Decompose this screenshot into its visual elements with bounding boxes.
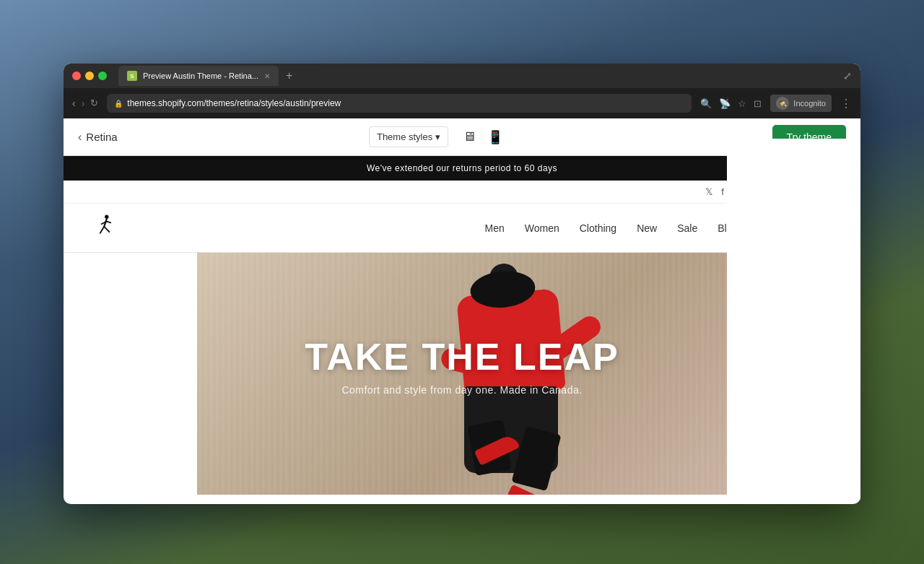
device-icons: 🖥 📱 — [460, 126, 506, 148]
url-text: themes.shopify.com/themes/retina/styles/… — [127, 98, 341, 108]
lock-icon: 🔒 — [114, 100, 123, 108]
browser-controls-right: ⤢ — [843, 70, 852, 82]
minimize-button[interactable] — [85, 71, 94, 80]
browser-chrome: S Preview Austin Theme - Retina... ✕ + ⤢ — [64, 64, 860, 88]
tab-bar: S Preview Austin Theme - Retina... ✕ + — [118, 66, 837, 86]
hero-title: TAKE THE LEAP — [305, 338, 619, 376]
nav-men[interactable]: Men — [485, 222, 505, 234]
fullscreen-icon[interactable]: ⤢ — [843, 70, 852, 82]
theme-styles-button[interactable]: Theme styles ▾ — [369, 126, 448, 147]
mobile-view-icon[interactable]: 📱 — [484, 126, 506, 148]
url-bar[interactable]: 🔒 themes.shopify.com/themes/retina/style… — [107, 94, 692, 113]
svg-line-5 — [107, 222, 110, 223]
search-icon[interactable]: 🔍 — [700, 98, 712, 109]
nav-arrows: ‹ › ↻ — [72, 97, 98, 109]
chevron-down-icon: ▾ — [435, 131, 440, 142]
back-to-themes-button[interactable]: ‹ Retina — [78, 131, 118, 144]
incognito-label: Incognito — [793, 99, 826, 108]
store-right-panel — [727, 139, 860, 500]
profile-icon[interactable]: ⊡ — [754, 98, 762, 109]
nav-women[interactable]: Women — [525, 222, 559, 234]
traffic-lights — [72, 71, 107, 80]
new-tab-button[interactable]: + — [282, 69, 297, 82]
facebook-icon[interactable]: f — [721, 186, 724, 197]
hero-subtitle: Comfort and style from day one. Made in … — [341, 384, 582, 396]
url-host: themes.shopify.com/themes/retina/styles/… — [127, 98, 341, 108]
hero-overlay: TAKE THE LEAP Comfort and style from day… — [197, 253, 728, 495]
theme-styles-label: Theme styles — [377, 131, 432, 142]
bookmark-icon[interactable]: ☆ — [738, 98, 746, 109]
back-arrow-icon: ‹ — [78, 131, 82, 144]
reload-button[interactable]: ↻ — [90, 97, 98, 109]
desktop-view-icon[interactable]: 🖥 — [460, 126, 479, 147]
svg-line-3 — [104, 227, 109, 232]
toolbar-center: Theme styles ▾ 🖥 📱 — [369, 126, 506, 148]
nav-links: Men Women Clothing New Sale Blog — [485, 222, 738, 234]
tab-title: Preview Austin Theme - Retina... — [143, 71, 258, 80]
announcement-text: We've extended our returns period to 60 … — [367, 163, 557, 173]
store-logo[interactable] — [92, 212, 118, 243]
close-button[interactable] — [72, 71, 81, 80]
address-bar: ‹ › ↻ 🔒 themes.shopify.com/themes/retina… — [64, 88, 860, 118]
nav-new[interactable]: New — [637, 222, 657, 234]
nav-sale[interactable]: Sale — [677, 222, 697, 234]
active-tab[interactable]: S Preview Austin Theme - Retina... ✕ — [118, 66, 279, 86]
incognito-icon: 🕵 — [776, 97, 789, 110]
tab-favicon: S — [127, 71, 137, 81]
tab-close-icon[interactable]: ✕ — [264, 72, 270, 80]
more-options-button[interactable]: ⋮ — [840, 97, 852, 110]
nav-clothing[interactable]: Clothing — [580, 222, 616, 234]
theme-name-label: Retina — [86, 131, 117, 143]
incognito-button[interactable]: 🕵 Incognito — [770, 95, 832, 112]
browser-window: S Preview Austin Theme - Retina... ✕ + ⤢… — [64, 64, 860, 504]
forward-nav-button[interactable]: › — [82, 97, 85, 109]
svg-line-2 — [100, 227, 104, 233]
cast-icon[interactable]: 📡 — [719, 98, 731, 109]
hero-section: TAKE THE LEAP Comfort and style from day… — [197, 253, 728, 495]
address-bar-icons: 🔍 📡 ☆ ⊡ — [700, 98, 762, 109]
maximize-button[interactable] — [98, 71, 107, 80]
twitter-icon[interactable]: 𝕏 — [705, 186, 712, 197]
back-nav-button[interactable]: ‹ — [72, 97, 76, 109]
